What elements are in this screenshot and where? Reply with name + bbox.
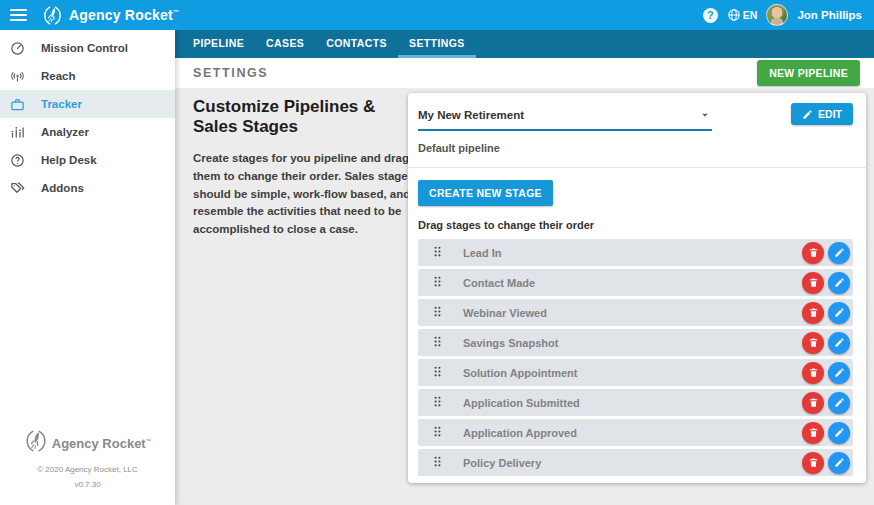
footer-logo: Agency Rocket™ [0, 429, 175, 456]
delete-stage-button[interactable] [802, 362, 824, 384]
user-avatar[interactable] [766, 4, 788, 26]
delete-stage-button[interactable] [802, 332, 824, 354]
sidebar-item-label: Mission Control [41, 42, 128, 54]
edit-stage-button[interactable] [828, 362, 850, 384]
pencil-icon [834, 307, 845, 318]
stage-actions [802, 452, 850, 474]
stage-actions [802, 302, 850, 324]
tab-cases[interactable]: CASES [255, 30, 315, 58]
pencil-icon [834, 247, 845, 258]
brand-name: Agency Rocket™ [69, 7, 179, 23]
pipeline-select-value: My New Retirement [418, 109, 524, 121]
section-heading: Customize Pipelines & Sales Stages [193, 97, 423, 137]
page-title: SETTINGS [193, 66, 268, 80]
briefcase-icon [10, 97, 25, 112]
drag-handle-icon[interactable] [431, 335, 444, 350]
edit-stage-button[interactable] [828, 272, 850, 294]
stage-actions [802, 422, 850, 444]
trash-icon [808, 247, 819, 258]
trash-icon [808, 457, 819, 468]
drag-handle-icon[interactable] [431, 365, 444, 380]
tab-pipeline[interactable]: PIPELINE [182, 30, 255, 58]
stage-actions [802, 242, 850, 264]
help-icon[interactable]: ? [703, 8, 718, 23]
delete-stage-button[interactable] [802, 302, 824, 324]
stage-list: Lead InContact MadeWebinar ViewedSavings… [418, 239, 853, 476]
rocket-logo-icon [42, 5, 63, 26]
stage-row: Webinar Viewed [418, 299, 853, 326]
antenna-icon [10, 69, 25, 84]
drag-handle-icon[interactable] [431, 395, 444, 410]
drag-hint-text: Drag stages to change their order [418, 219, 853, 231]
edit-stage-button[interactable] [828, 392, 850, 414]
stage-actions [802, 272, 850, 294]
drag-handle-icon[interactable] [431, 305, 444, 320]
help-icon [10, 153, 25, 168]
delete-stage-button[interactable] [802, 392, 824, 414]
user-name[interactable]: Jon Phillips [797, 9, 862, 21]
trash-icon [808, 307, 819, 318]
stage-name: Savings Snapshot [463, 337, 558, 349]
edit-stage-button[interactable] [828, 452, 850, 474]
trash-icon [808, 427, 819, 438]
sidebar-item-reach[interactable]: Reach [0, 62, 175, 90]
stage-actions [802, 392, 850, 414]
pencil-icon [834, 277, 845, 288]
drag-handle-icon[interactable] [431, 455, 444, 470]
trash-icon [808, 397, 819, 408]
pencil-icon [834, 367, 845, 378]
copyright-text: © 2020 Agency Rocket, LLC [0, 465, 175, 474]
stage-row: Savings Snapshot [418, 329, 853, 356]
pipeline-card: My New Retirement Default pipeline EDIT … [408, 93, 866, 483]
new-pipeline-button[interactable]: NEW PIPELINE [757, 60, 860, 86]
intro-section: Customize Pipelines & Sales Stages Creat… [193, 97, 423, 239]
tab-settings[interactable]: SETTINGS [398, 30, 476, 58]
stage-name: Lead In [463, 247, 502, 259]
stage-row: Lead In [418, 239, 853, 266]
pipeline-select-caption: Default pipeline [418, 142, 712, 154]
tab-contacts[interactable]: CONTACTS [315, 30, 398, 58]
trash-icon [808, 337, 819, 348]
edit-stage-button[interactable] [828, 422, 850, 444]
delete-stage-button[interactable] [802, 452, 824, 474]
drag-handle-icon[interactable] [431, 245, 444, 260]
delete-stage-button[interactable] [802, 242, 824, 264]
sidebar-item-label: Analyzer [41, 126, 89, 138]
sidebar-item-tracker[interactable]: Tracker [0, 90, 175, 118]
gauge-icon [10, 41, 25, 56]
pencil-icon [834, 457, 845, 468]
trash-icon [808, 367, 819, 378]
sidebar: Mission ControlReachTrackerAnalyzerHelp … [0, 30, 175, 505]
language-selector[interactable]: EN [727, 8, 758, 22]
delete-stage-button[interactable] [802, 422, 824, 444]
stage-row: Application Approved [418, 419, 853, 446]
sidebar-item-mission-control[interactable]: Mission Control [0, 34, 175, 62]
sidebar-item-help-desk[interactable]: Help Desk [0, 146, 175, 174]
pencil-icon [834, 427, 845, 438]
sidebar-nav: Mission ControlReachTrackerAnalyzerHelp … [0, 30, 175, 202]
edit-stage-button[interactable] [828, 332, 850, 354]
drag-handle-icon[interactable] [431, 275, 444, 290]
pipeline-select[interactable]: My New Retirement Default pipeline [418, 108, 712, 154]
content-area: Customize Pipelines & Sales Stages Creat… [175, 88, 874, 505]
sidebar-item-analyzer[interactable]: Analyzer [0, 118, 175, 146]
stage-name: Webinar Viewed [463, 307, 547, 319]
tags-icon [10, 181, 25, 196]
hamburger-menu-icon[interactable] [10, 9, 27, 21]
stage-name: Application Submitted [463, 397, 580, 409]
nav-tabs: PIPELINECASESCONTACTSSETTINGS [175, 30, 874, 58]
trash-icon [808, 277, 819, 288]
stage-name: Solution Appointment [463, 367, 577, 379]
sidebar-item-addons[interactable]: Addons [0, 174, 175, 202]
section-description: Create stages for you pipeline and drag … [193, 150, 423, 239]
sidebar-item-label: Help Desk [41, 154, 97, 166]
delete-stage-button[interactable] [802, 272, 824, 294]
create-new-stage-button[interactable]: CREATE NEW STAGE [418, 180, 553, 206]
edit-pipeline-button[interactable]: EDIT [791, 103, 853, 125]
edit-stage-button[interactable] [828, 242, 850, 264]
pencil-icon [802, 109, 813, 120]
globe-icon [727, 8, 741, 22]
rocket-logo-icon [24, 429, 48, 453]
edit-stage-button[interactable] [828, 302, 850, 324]
drag-handle-icon[interactable] [431, 425, 444, 440]
